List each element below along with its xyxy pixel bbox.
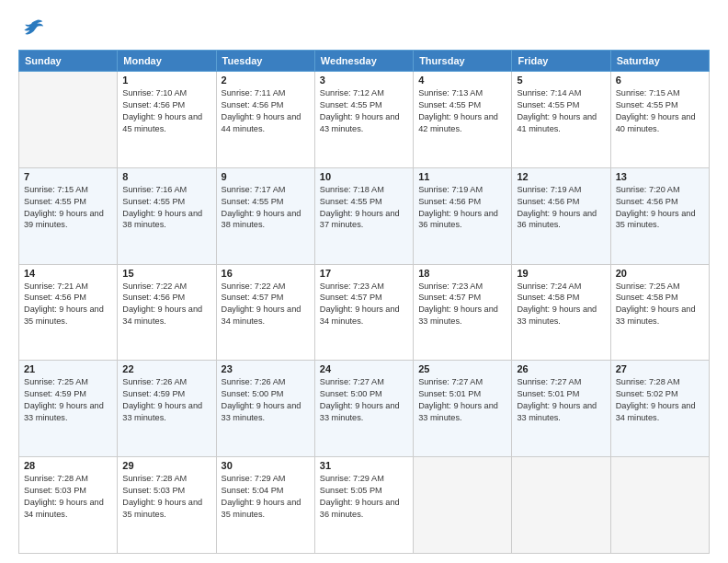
calendar-day-cell: 27Sunrise: 7:28 AM Sunset: 5:02 PM Dayli… <box>610 361 709 457</box>
calendar-day-header: Sunday <box>19 51 118 72</box>
day-info: Sunrise: 7:26 AM Sunset: 5:00 PM Dayligh… <box>222 376 310 424</box>
calendar-day-header: Tuesday <box>216 51 314 72</box>
day-info: Sunrise: 7:24 AM Sunset: 4:58 PM Dayligh… <box>517 281 605 328</box>
day-info: Sunrise: 7:23 AM Sunset: 4:57 PM Dayligh… <box>320 281 408 328</box>
day-number: 8 <box>122 171 210 182</box>
day-number: 11 <box>418 171 506 182</box>
calendar-day-cell: 22Sunrise: 7:26 AM Sunset: 4:59 PM Dayli… <box>118 361 216 457</box>
calendar-week-row: 21Sunrise: 7:25 AM Sunset: 4:59 PM Dayli… <box>19 361 710 457</box>
calendar-day-cell: 1Sunrise: 7:10 AM Sunset: 4:56 PM Daylig… <box>118 72 216 168</box>
day-info: Sunrise: 7:20 AM Sunset: 4:56 PM Dayligh… <box>616 184 704 232</box>
day-info: Sunrise: 7:28 AM Sunset: 5:02 PM Dayligh… <box>616 376 704 424</box>
calendar-day-cell: 31Sunrise: 7:29 AM Sunset: 5:05 PM Dayli… <box>314 457 413 554</box>
calendar-day-header: Saturday <box>610 51 709 72</box>
day-info: Sunrise: 7:15 AM Sunset: 4:55 PM Dayligh… <box>24 184 112 232</box>
calendar-day-cell: 2Sunrise: 7:11 AM Sunset: 4:56 PM Daylig… <box>216 72 314 168</box>
calendar-day-cell: 6Sunrise: 7:15 AM Sunset: 4:55 PM Daylig… <box>610 72 709 168</box>
calendar-day-cell: 15Sunrise: 7:22 AM Sunset: 4:56 PM Dayli… <box>118 264 216 361</box>
day-number: 13 <box>616 171 704 182</box>
calendar-week-row: 1Sunrise: 7:10 AM Sunset: 4:56 PM Daylig… <box>19 72 710 168</box>
header <box>18 17 710 40</box>
day-number: 30 <box>222 460 310 471</box>
day-number: 21 <box>24 363 112 374</box>
calendar-day-header: Thursday <box>414 51 512 72</box>
calendar-day-cell: 26Sunrise: 7:27 AM Sunset: 5:01 PM Dayli… <box>512 361 610 457</box>
calendar-day-cell: 20Sunrise: 7:25 AM Sunset: 4:58 PM Dayli… <box>610 264 709 361</box>
day-number: 1 <box>122 75 210 86</box>
day-number: 29 <box>122 460 210 471</box>
day-number: 19 <box>517 268 605 279</box>
day-number: 6 <box>616 75 704 86</box>
day-info: Sunrise: 7:27 AM Sunset: 5:01 PM Dayligh… <box>418 376 506 424</box>
day-number: 16 <box>222 268 310 279</box>
calendar-day-cell <box>19 72 118 168</box>
calendar-week-row: 14Sunrise: 7:21 AM Sunset: 4:56 PM Dayli… <box>19 264 710 361</box>
calendar-day-cell: 24Sunrise: 7:27 AM Sunset: 5:00 PM Dayli… <box>314 361 413 457</box>
calendar-day-cell: 25Sunrise: 7:27 AM Sunset: 5:01 PM Dayli… <box>414 361 512 457</box>
calendar-day-cell: 12Sunrise: 7:19 AM Sunset: 4:56 PM Dayli… <box>512 167 610 264</box>
calendar-day-cell: 4Sunrise: 7:13 AM Sunset: 4:55 PM Daylig… <box>414 72 512 168</box>
day-info: Sunrise: 7:18 AM Sunset: 4:55 PM Dayligh… <box>320 184 408 232</box>
day-info: Sunrise: 7:21 AM Sunset: 4:56 PM Dayligh… <box>24 281 112 328</box>
calendar-day-cell <box>610 457 709 554</box>
calendar-day-cell: 19Sunrise: 7:24 AM Sunset: 4:58 PM Dayli… <box>512 264 610 361</box>
day-number: 17 <box>320 268 408 279</box>
day-info: Sunrise: 7:19 AM Sunset: 4:56 PM Dayligh… <box>418 184 506 232</box>
day-number: 31 <box>320 460 408 471</box>
day-number: 3 <box>320 75 408 86</box>
calendar-day-cell: 21Sunrise: 7:25 AM Sunset: 4:59 PM Dayli… <box>19 361 118 457</box>
day-info: Sunrise: 7:10 AM Sunset: 4:56 PM Dayligh… <box>122 87 210 135</box>
calendar-day-cell: 14Sunrise: 7:21 AM Sunset: 4:56 PM Dayli… <box>19 264 118 361</box>
day-info: Sunrise: 7:25 AM Sunset: 4:59 PM Dayligh… <box>24 376 112 424</box>
calendar-day-cell: 3Sunrise: 7:12 AM Sunset: 4:55 PM Daylig… <box>314 72 413 168</box>
calendar-day-cell: 29Sunrise: 7:28 AM Sunset: 5:03 PM Dayli… <box>118 457 216 554</box>
day-number: 5 <box>517 75 605 86</box>
day-number: 28 <box>24 460 112 471</box>
calendar-day-cell: 9Sunrise: 7:17 AM Sunset: 4:55 PM Daylig… <box>216 167 314 264</box>
calendar-day-cell <box>512 457 610 554</box>
day-info: Sunrise: 7:15 AM Sunset: 4:55 PM Dayligh… <box>616 87 704 135</box>
day-info: Sunrise: 7:23 AM Sunset: 4:57 PM Dayligh… <box>418 281 506 328</box>
calendar-day-cell: 28Sunrise: 7:28 AM Sunset: 5:03 PM Dayli… <box>19 457 118 554</box>
calendar-day-cell: 7Sunrise: 7:15 AM Sunset: 4:55 PM Daylig… <box>19 167 118 264</box>
day-info: Sunrise: 7:16 AM Sunset: 4:55 PM Dayligh… <box>122 184 210 232</box>
day-info: Sunrise: 7:12 AM Sunset: 4:55 PM Dayligh… <box>320 87 408 135</box>
day-number: 20 <box>616 268 704 279</box>
calendar-day-cell: 23Sunrise: 7:26 AM Sunset: 5:00 PM Dayli… <box>216 361 314 457</box>
calendar-day-cell: 11Sunrise: 7:19 AM Sunset: 4:56 PM Dayli… <box>414 167 512 264</box>
day-number: 15 <box>122 268 210 279</box>
calendar-day-header: Monday <box>118 51 216 72</box>
day-number: 7 <box>24 171 112 182</box>
day-info: Sunrise: 7:28 AM Sunset: 5:03 PM Dayligh… <box>24 473 112 521</box>
logo-bird-icon <box>20 17 44 40</box>
day-number: 4 <box>418 75 506 86</box>
day-number: 9 <box>222 171 310 182</box>
day-number: 18 <box>418 268 506 279</box>
day-number: 22 <box>122 363 210 374</box>
day-number: 10 <box>320 171 408 182</box>
day-number: 2 <box>222 75 310 86</box>
day-info: Sunrise: 7:22 AM Sunset: 4:56 PM Dayligh… <box>122 281 210 328</box>
calendar-table: SundayMondayTuesdayWednesdayThursdayFrid… <box>18 50 710 554</box>
calendar-day-cell: 16Sunrise: 7:22 AM Sunset: 4:57 PM Dayli… <box>216 264 314 361</box>
day-info: Sunrise: 7:29 AM Sunset: 5:04 PM Dayligh… <box>222 473 310 521</box>
calendar-day-cell: 5Sunrise: 7:14 AM Sunset: 4:55 PM Daylig… <box>512 72 610 168</box>
calendar-day-cell: 18Sunrise: 7:23 AM Sunset: 4:57 PM Dayli… <box>414 264 512 361</box>
calendar-day-cell <box>414 457 512 554</box>
calendar-week-row: 7Sunrise: 7:15 AM Sunset: 4:55 PM Daylig… <box>19 167 710 264</box>
calendar-week-row: 28Sunrise: 7:28 AM Sunset: 5:03 PM Dayli… <box>19 457 710 554</box>
day-number: 12 <box>517 171 605 182</box>
calendar-day-cell: 10Sunrise: 7:18 AM Sunset: 4:55 PM Dayli… <box>314 167 413 264</box>
day-info: Sunrise: 7:29 AM Sunset: 5:05 PM Dayligh… <box>320 473 408 521</box>
calendar-day-cell: 13Sunrise: 7:20 AM Sunset: 4:56 PM Dayli… <box>610 167 709 264</box>
calendar-header-row: SundayMondayTuesdayWednesdayThursdayFrid… <box>19 51 710 72</box>
day-info: Sunrise: 7:27 AM Sunset: 5:00 PM Dayligh… <box>320 376 408 424</box>
calendar-day-cell: 8Sunrise: 7:16 AM Sunset: 4:55 PM Daylig… <box>118 167 216 264</box>
page: SundayMondayTuesdayWednesdayThursdayFrid… <box>0 0 728 563</box>
calendar-day-cell: 30Sunrise: 7:29 AM Sunset: 5:04 PM Dayli… <box>216 457 314 554</box>
day-number: 14 <box>24 268 112 279</box>
logo <box>18 17 44 40</box>
day-info: Sunrise: 7:22 AM Sunset: 4:57 PM Dayligh… <box>222 281 310 328</box>
calendar-day-cell: 17Sunrise: 7:23 AM Sunset: 4:57 PM Dayli… <box>314 264 413 361</box>
day-info: Sunrise: 7:28 AM Sunset: 5:03 PM Dayligh… <box>122 473 210 521</box>
